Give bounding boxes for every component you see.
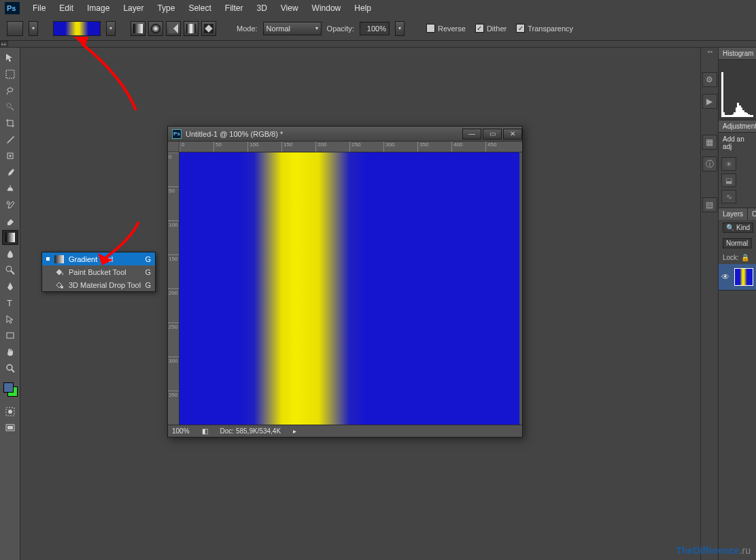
- tool-preset-dropdown[interactable]: ▾: [29, 21, 38, 36]
- adjustments-tab[interactable]: Adjustments: [719, 120, 756, 133]
- close-button[interactable]: ✕: [503, 129, 522, 139]
- document-canvas[interactable]: [179, 152, 519, 425]
- menu-bar: Ps File Edit Image Layer Type Select Fil…: [0, 0, 756, 16]
- linear-gradient-btn[interactable]: [131, 21, 145, 36]
- tool-preset-picker[interactable]: [7, 21, 23, 36]
- minimize-button[interactable]: —: [462, 129, 481, 139]
- maximize-button[interactable]: ▭: [483, 129, 502, 139]
- document-title: Untitled-1 @ 100% (RGB/8) *: [186, 130, 458, 138]
- svg-rect-20: [7, 426, 13, 429]
- histogram-graph: [719, 60, 756, 120]
- collapse-dock-icon[interactable]: ◂◂: [706, 49, 714, 54]
- reflected-gradient-btn[interactable]: [184, 21, 199, 36]
- flyout-label: Paint Bucket Tool: [69, 268, 126, 276]
- layer-filter-kind[interactable]: 🔍Kind: [723, 223, 753, 233]
- quick-select-tool[interactable]: [2, 99, 18, 114]
- eraser-tool[interactable]: [2, 214, 18, 229]
- gradient-tool[interactable]: [2, 230, 18, 245]
- blur-tool[interactable]: [2, 246, 18, 261]
- crop-tool[interactable]: [2, 116, 18, 131]
- layers-panel: Layers Ch 🔍Kind Normal Lock: 🔒 👁: [719, 208, 756, 291]
- menu-3d[interactable]: 3D: [250, 1, 273, 15]
- healing-brush-tool[interactable]: [2, 148, 18, 163]
- curves-adj-icon[interactable]: ∿: [721, 190, 736, 203]
- main-area: T Gradient Tool G Paint Bucket Tool: [0, 48, 756, 560]
- dodge-tool[interactable]: [2, 263, 18, 278]
- screen-mode-toggle[interactable]: [2, 421, 18, 435]
- layer-row[interactable]: 👁: [719, 264, 756, 290]
- radial-gradient-btn[interactable]: [148, 21, 163, 36]
- svg-rect-8: [6, 70, 14, 78]
- document-titlebar[interactable]: Ps Untitled-1 @ 100% (RGB/8) * — ▭ ✕: [168, 127, 522, 142]
- reverse-checkbox[interactable]: Reverse: [426, 24, 466, 33]
- opacity-label: Opacity:: [327, 24, 354, 33]
- dock-icon-layers[interactable]: ▤: [702, 197, 717, 212]
- menu-type[interactable]: Type: [150, 1, 182, 15]
- expand-dock-icon[interactable]: ▸▸: [0, 41, 8, 48]
- type-tool[interactable]: T: [2, 295, 18, 310]
- levels-adj-icon[interactable]: ⬓: [721, 174, 736, 187]
- brightness-adj-icon[interactable]: ☀: [721, 157, 736, 171]
- lasso-tool[interactable]: [2, 83, 18, 98]
- menu-edit[interactable]: Edit: [52, 1, 80, 15]
- flyout-paint-bucket-tool[interactable]: Paint Bucket Tool G: [42, 265, 155, 278]
- gradient-picker[interactable]: [53, 21, 101, 36]
- layers-tab[interactable]: Layers: [719, 208, 748, 220]
- menu-file[interactable]: File: [26, 1, 52, 15]
- menu-view[interactable]: View: [274, 1, 305, 15]
- zoom-tool[interactable]: [2, 361, 18, 376]
- svg-point-16: [7, 365, 12, 370]
- quick-mask-toggle[interactable]: [2, 404, 18, 419]
- flyout-3d-material-tool[interactable]: 3D Material Drop Tool G: [42, 278, 155, 291]
- menu-window[interactable]: Window: [305, 1, 348, 15]
- hand-tool[interactable]: [2, 344, 18, 359]
- blend-mode-select[interactable]: Normal▾: [263, 22, 322, 35]
- layer-thumbnail[interactable]: [734, 268, 753, 286]
- diamond-gradient-btn[interactable]: [201, 21, 216, 36]
- dock-icon-info[interactable]: ⓘ: [702, 157, 717, 171]
- opacity-input[interactable]: 100%: [360, 22, 390, 35]
- marquee-tool[interactable]: [2, 67, 18, 82]
- menu-layer[interactable]: Layer: [116, 1, 150, 15]
- opacity-dropdown[interactable]: ▾: [395, 21, 405, 36]
- status-arrow-icon[interactable]: ▸: [293, 427, 296, 435]
- tool-flyout: Gradient Tool G Paint Bucket Tool G 3D M…: [41, 252, 156, 292]
- path-select-tool[interactable]: [2, 312, 18, 327]
- menu-select[interactable]: Select: [182, 1, 218, 15]
- layer-blend-mode[interactable]: Normal: [723, 238, 752, 248]
- menu-image[interactable]: Image: [80, 1, 116, 15]
- brush-tool[interactable]: [2, 165, 18, 180]
- eyedropper-tool[interactable]: [2, 132, 18, 147]
- horizontal-ruler[interactable]: 050100150200250300350400450: [179, 142, 522, 152]
- clone-stamp-tool[interactable]: [2, 181, 18, 196]
- vertical-ruler[interactable]: 050100150200250300350: [168, 152, 179, 425]
- doc-info[interactable]: Doc: 585,9K/534,4K: [220, 427, 281, 435]
- shape-tool[interactable]: [2, 328, 18, 343]
- tools-panel: T: [0, 48, 20, 560]
- dock-icon-properties[interactable]: ▦: [702, 135, 717, 150]
- flyout-label: 3D Material Drop Tool: [69, 281, 141, 289]
- zoom-level[interactable]: 100%: [172, 427, 190, 435]
- doc-tab-strip: ▸▸: [0, 41, 756, 48]
- color-swatches[interactable]: [3, 382, 17, 396]
- dock-icon-adjust[interactable]: ⚙: [702, 72, 717, 87]
- flyout-gradient-tool[interactable]: Gradient Tool G: [42, 252, 155, 265]
- gradient-picker-dropdown[interactable]: ▾: [106, 21, 116, 36]
- status-icon[interactable]: ◧: [202, 427, 208, 435]
- document-window: Ps Untitled-1 @ 100% (RGB/8) * — ▭ ✕ 050…: [167, 126, 523, 438]
- dock-icon-play[interactable]: ▶: [702, 94, 717, 109]
- foreground-color[interactable]: [3, 382, 14, 393]
- angle-gradient-btn[interactable]: [166, 21, 181, 36]
- layer-visibility-icon[interactable]: 👁: [721, 272, 730, 282]
- bucket-icon: [54, 267, 65, 277]
- channels-tab[interactable]: Ch: [748, 208, 756, 220]
- history-brush-tool[interactable]: [2, 197, 18, 212]
- dither-checkbox[interactable]: Dither: [475, 24, 506, 33]
- pen-tool[interactable]: [2, 279, 18, 294]
- menu-filter[interactable]: Filter: [218, 1, 250, 15]
- menu-help[interactable]: Help: [347, 1, 378, 15]
- flyout-label: Gradient Tool: [69, 255, 113, 263]
- move-tool[interactable]: [2, 50, 18, 65]
- histogram-tab[interactable]: Histogram: [719, 48, 756, 60]
- transparency-checkbox[interactable]: Transparency: [516, 24, 573, 33]
